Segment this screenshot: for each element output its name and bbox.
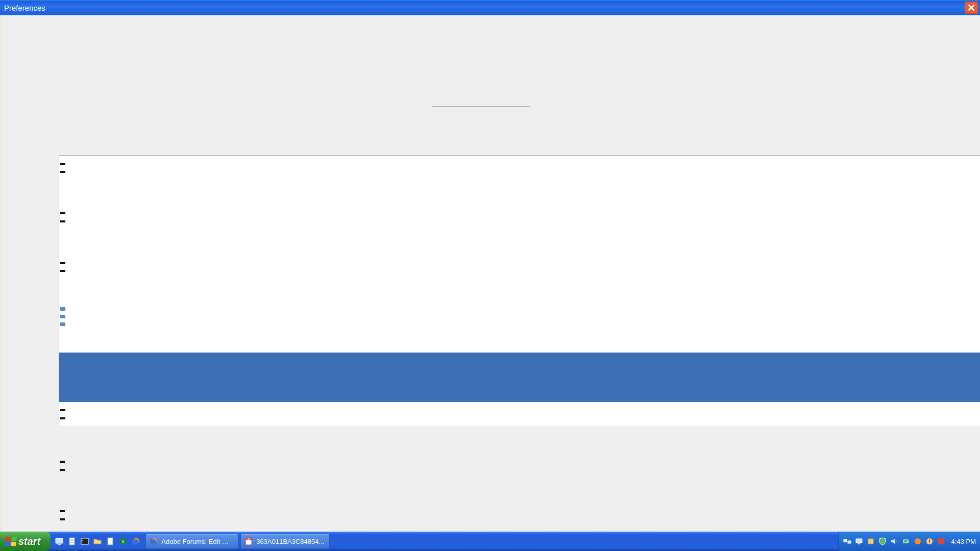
taskbar: start X Adobe Forums: Edit M... <box>0 532 980 551</box>
firefox-icon <box>132 537 140 545</box>
ql-doc[interactable] <box>105 535 116 548</box>
firefox-icon <box>149 537 158 546</box>
svg-rect-1 <box>58 544 61 545</box>
svg-rect-17 <box>858 543 860 544</box>
svg-rect-2 <box>69 538 75 545</box>
list-item[interactable] <box>59 402 980 425</box>
divider-line <box>432 107 530 107</box>
close-button[interactable] <box>965 2 978 14</box>
document-icon <box>106 537 114 545</box>
item-glyph <box>60 409 65 419</box>
svg-text:PDF: PDF <box>247 538 251 540</box>
tray-shield-icon[interactable] <box>878 537 887 546</box>
task-label: Adobe Forums: Edit M... <box>161 538 233 545</box>
svg-text:X: X <box>121 539 125 544</box>
tray-monitor-icon[interactable] <box>854 537 864 546</box>
terminal-icon <box>81 537 89 545</box>
start-label: start <box>18 536 40 547</box>
item-glyph <box>60 163 65 173</box>
svg-point-24 <box>929 542 930 543</box>
svg-point-22 <box>915 538 921 544</box>
tray-av-icon[interactable] <box>913 537 922 546</box>
tray-app-icon[interactable] <box>937 537 946 546</box>
svg-rect-21 <box>908 541 909 542</box>
window-title: Preferences <box>4 4 45 12</box>
notepad-icon <box>68 537 76 545</box>
list-item-selected[interactable] <box>59 353 980 402</box>
list-item[interactable] <box>59 205 980 255</box>
tray-volume-icon[interactable] <box>890 537 899 546</box>
tray-power-icon[interactable] <box>901 537 911 546</box>
item-glyph <box>60 510 65 520</box>
quick-launch: X <box>51 532 144 551</box>
svg-rect-0 <box>56 538 63 543</box>
taskbar-task-firefox[interactable]: Adobe Forums: Edit M... <box>145 534 238 549</box>
item-glyph <box>60 307 65 326</box>
item-glyph <box>60 461 65 471</box>
ql-show-desktop[interactable] <box>54 535 65 548</box>
svg-rect-7 <box>108 538 113 545</box>
pdf-icon: PDF <box>244 537 253 546</box>
start-button[interactable]: start <box>0 532 51 551</box>
close-icon <box>968 4 975 11</box>
client-area <box>2 15 980 551</box>
svg-rect-20 <box>903 540 908 543</box>
excel-icon: X <box>119 537 127 545</box>
svg-rect-25 <box>938 538 944 544</box>
task-label: 363A011BA3C84854... <box>256 538 324 545</box>
titlebar: Preferences <box>0 0 980 15</box>
categories-listbox[interactable] <box>59 155 980 425</box>
tray-network-icon[interactable] <box>843 537 852 546</box>
windows-flag-icon <box>5 537 17 546</box>
ql-explorer[interactable] <box>92 535 103 548</box>
svg-rect-14 <box>844 539 847 542</box>
list-item[interactable] <box>59 156 980 205</box>
system-tray: 4:43 PM <box>838 532 980 551</box>
taskbar-task-pdf[interactable]: PDF 363A011BA3C84854... <box>240 534 330 549</box>
list-item[interactable] <box>59 255 980 304</box>
tray-update-icon[interactable] <box>925 537 934 546</box>
svg-rect-16 <box>856 539 862 543</box>
item-glyph <box>60 262 65 272</box>
ql-firefox[interactable] <box>130 535 141 548</box>
tray-zip-icon[interactable] <box>866 537 875 546</box>
item-glyph <box>60 212 65 222</box>
desktop-icon <box>55 537 63 545</box>
ql-excel[interactable]: X <box>117 535 129 548</box>
taskbar-clock[interactable]: 4:43 PM <box>948 538 976 545</box>
svg-rect-6 <box>81 538 88 544</box>
svg-rect-15 <box>848 541 851 543</box>
folder-icon <box>93 537 102 545</box>
ql-terminal[interactable] <box>79 535 90 548</box>
ql-notepad[interactable] <box>66 535 78 548</box>
